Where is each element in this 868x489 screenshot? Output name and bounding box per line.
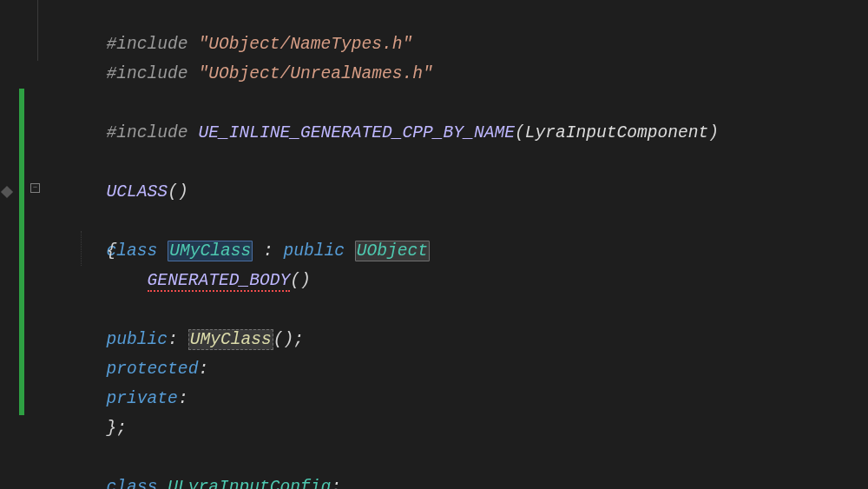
code-line[interactable]: private: <box>45 354 868 384</box>
code-line[interactable] <box>45 118 868 148</box>
keyword-token: class <box>107 478 158 489</box>
code-line[interactable] <box>45 266 868 295</box>
code-line[interactable]: }; <box>45 384 868 413</box>
type-token: ULyraInputConfig <box>168 478 331 489</box>
code-line[interactable]: GENERATED_BODY() <box>45 236 868 266</box>
code-line[interactable] <box>45 59 868 89</box>
fold-toggle[interactable]: − <box>30 183 40 193</box>
code-line[interactable]: #include "UObject/NameTypes.h" <box>45 0 868 30</box>
code-line[interactable]: { <box>45 207 868 236</box>
code-line[interactable]: #include UE_INLINE_GENERATED_CPP_BY_NAME… <box>45 89 868 118</box>
code-line[interactable]: class ULyraInputConfig; <box>45 443 868 472</box>
bracket-guide <box>37 0 38 61</box>
margin-glyph <box>1 186 13 198</box>
code-line[interactable]: protected: <box>45 325 868 354</box>
code-line[interactable]: − class UMyClass : public UObject <box>45 177 868 207</box>
code-line[interactable]: #include "UObject/UnrealNames.h" <box>45 30 868 59</box>
code-editor[interactable]: #include "UObject/NameTypes.h" #include … <box>0 0 868 472</box>
code-content[interactable]: #include "UObject/NameTypes.h" #include … <box>0 0 868 472</box>
punct-token: ; <box>331 478 341 489</box>
editor-gutter <box>0 0 42 472</box>
code-line[interactable] <box>45 413 868 443</box>
code-line[interactable]: public: UMyClass(); <box>45 295 868 325</box>
code-line[interactable]: UCLASS() <box>45 148 868 177</box>
change-indicator <box>19 89 24 415</box>
